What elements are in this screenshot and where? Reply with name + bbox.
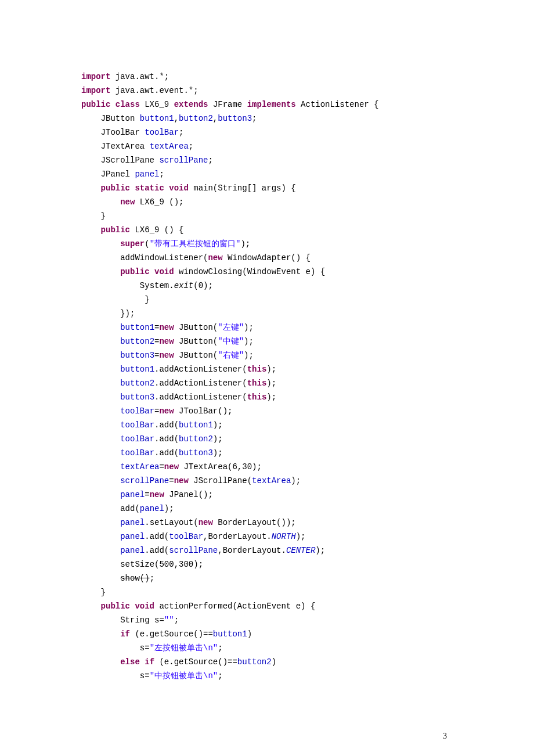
- code-token: (e.getSource()==: [135, 629, 212, 639]
- code-token: java.awt.*;: [116, 72, 169, 81]
- code-token: toolBar: [169, 532, 203, 541]
- code-token: button2: [179, 434, 213, 444]
- code-token: ;: [174, 615, 179, 625]
- code-token: JButton: [101, 114, 140, 123]
- code-line: }: [81, 585, 453, 599]
- code-token: s=: [140, 643, 150, 653]
- code-line: public LX6_9 () {: [81, 223, 453, 237]
- code-token: ,: [213, 114, 218, 123]
- code-token: .addActionListener(: [154, 365, 247, 374]
- code-token: addWindowListener(: [120, 253, 208, 262]
- code-line: });: [81, 307, 453, 321]
- code-token: WindowAdapter() {: [228, 253, 311, 262]
- code-token: button3: [120, 351, 154, 360]
- code-token: .add(: [145, 546, 169, 555]
- code-line: toolBar.add(button2);: [81, 432, 453, 446]
- code-line: panel=new JPanel();: [81, 488, 453, 502]
- code-token: show(): [120, 574, 149, 583]
- code-line: toolBar=new JToolBar();: [81, 404, 453, 418]
- code-token: }: [140, 295, 150, 304]
- code-token: );: [266, 365, 276, 374]
- code-token: java.awt.event.*;: [116, 86, 199, 95]
- code-token: new: [159, 406, 179, 416]
- code-line: s="中按钮被单击\n";: [81, 669, 453, 683]
- code-token: JButton(: [179, 351, 218, 360]
- code-token: button3: [218, 114, 252, 123]
- code-token: );: [240, 239, 250, 249]
- code-token: JButton(: [179, 323, 218, 332]
- code-token: );: [244, 323, 254, 332]
- code-line: panel.add(scrollPane,BorderLayout.CENTER…: [81, 543, 453, 557]
- code-line: s="左按钮被单击\n";: [81, 641, 453, 655]
- code-token: button2: [120, 337, 154, 346]
- code-token: );: [315, 546, 325, 555]
- code-token: button3: [120, 393, 154, 402]
- code-line: textArea=new JTextArea(6,30);: [81, 460, 453, 474]
- code-line: String s="";: [81, 613, 453, 627]
- code-token: JPanel();: [169, 490, 213, 499]
- code-token: }: [101, 588, 106, 597]
- code-token: button2: [237, 657, 272, 667]
- code-line: public void windowClosing(WindowEvent e)…: [81, 265, 453, 279]
- code-token: scrollPane: [169, 546, 218, 555]
- code-token: });: [120, 309, 135, 318]
- code-token: new: [150, 490, 169, 499]
- code-token: "": [164, 615, 174, 625]
- code-token: JScrollPane(: [193, 476, 252, 485]
- code-line: JScrollPane scrollPane;: [81, 153, 453, 167]
- code-token: button2: [179, 114, 213, 123]
- code-token: NORTH: [272, 532, 296, 541]
- code-line: button3=new JButton("右键");: [81, 348, 453, 362]
- code-block: import java.awt.*;import java.awt.event.…: [81, 70, 453, 683]
- code-line: setSize(500,300);: [81, 557, 453, 571]
- code-token: System.: [140, 281, 174, 290]
- code-token: button2: [120, 379, 154, 388]
- code-token: public: [101, 225, 135, 235]
- code-token: .add(: [145, 532, 169, 541]
- code-token: );: [291, 476, 301, 485]
- code-token: JPanel: [101, 170, 135, 179]
- code-line: JTextArea textArea;: [81, 139, 453, 153]
- code-line: panel.setLayout(new BorderLayout());: [81, 516, 453, 530]
- code-line: if (e.getSource()==button1): [81, 627, 453, 641]
- code-token: implements: [247, 100, 301, 109]
- code-token: toolBar: [120, 448, 154, 458]
- code-token: "中键": [218, 337, 244, 346]
- code-token: this: [247, 393, 267, 402]
- code-line: else if (e.getSource()==button2): [81, 655, 453, 669]
- code-token: new: [120, 197, 140, 207]
- code-line: }: [81, 209, 453, 223]
- code-token: add(: [120, 504, 140, 513]
- code-token: ,BorderLayout.: [203, 532, 272, 541]
- code-token: );: [296, 532, 306, 541]
- code-token: =: [169, 476, 174, 485]
- code-token: exit: [174, 281, 194, 290]
- code-line: show();: [81, 571, 453, 585]
- code-line: panel.add(toolBar,BorderLayout.NORTH);: [81, 530, 453, 543]
- code-token: extends: [174, 100, 213, 109]
- code-line: button3.addActionListener(this);: [81, 390, 453, 404]
- code-token: JTextArea: [101, 142, 150, 151]
- code-line: import java.awt.event.*;: [81, 84, 453, 98]
- code-token: (e.getSource()==: [159, 657, 237, 667]
- code-token: .add(: [154, 420, 179, 430]
- code-token: button3: [179, 448, 213, 458]
- code-token: ;: [252, 114, 257, 123]
- code-token: toolBar: [145, 128, 179, 137]
- code-token: ;: [179, 128, 183, 137]
- code-token: LX6_9: [145, 100, 174, 109]
- code-token: BorderLayout());: [218, 518, 295, 527]
- code-token: textArea: [252, 476, 291, 485]
- code-token: LX6_9 () {: [135, 225, 183, 235]
- code-line: scrollPane=new JScrollPane(textArea);: [81, 474, 453, 488]
- code-line: JPanel panel;: [81, 167, 453, 181]
- code-token: toolBar: [120, 406, 154, 416]
- code-token: JTextArea(6,30);: [183, 462, 261, 471]
- code-line: new LX6_9 ();: [81, 195, 453, 209]
- code-token: panel: [140, 504, 164, 513]
- code-line: import java.awt.*;: [81, 70, 453, 84]
- code-token: LX6_9 ();: [140, 197, 184, 207]
- code-token: toolBar: [120, 434, 154, 444]
- code-token: );: [213, 448, 223, 458]
- code-token: public void: [120, 267, 179, 276]
